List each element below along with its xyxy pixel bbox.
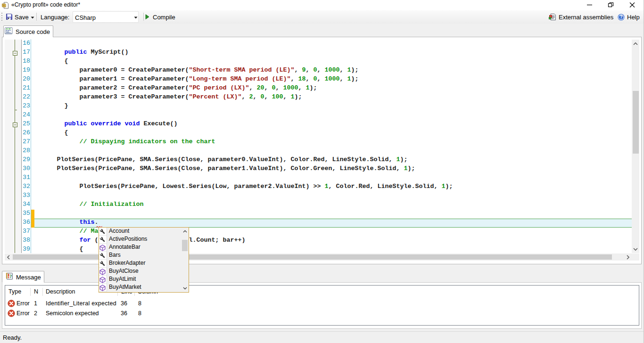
svg-text:?: ? (619, 15, 622, 20)
svg-text:?: ? (9, 274, 12, 279)
